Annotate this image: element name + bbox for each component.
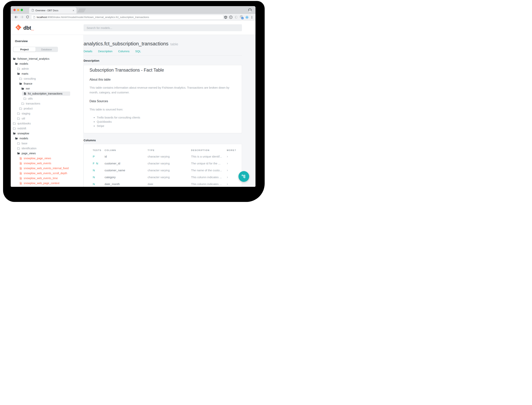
tree-item-label: snowplow_web_page_context (24, 182, 59, 185)
tree-item[interactable]: page_views (11, 151, 83, 156)
search-input[interactable] (84, 24, 242, 31)
browser-tab-strip: Overview - DBT Docs × (11, 6, 256, 14)
table-row[interactable]: N customer_name character varying The na… (84, 167, 242, 174)
model-nav-link[interactable]: Columns (118, 50, 130, 53)
column-description: This is a unique identif... (191, 155, 227, 158)
tests-badge: F N (93, 162, 105, 165)
tree-item-label: identification (22, 147, 37, 150)
browser-menu-icon[interactable]: ⋮ (249, 15, 254, 20)
divider (84, 55, 242, 56)
zoom-window-button[interactable] (21, 9, 23, 11)
tree-item[interactable]: utils (11, 96, 83, 101)
tree-item-label: snowplow (17, 132, 29, 135)
power-extension-icon[interactable]: x (239, 15, 244, 20)
lineage-graph-button[interactable] (238, 171, 249, 182)
tree-item[interactable]: transactions (11, 101, 83, 106)
back-button[interactable] (14, 15, 18, 19)
tree-item[interactable]: util (11, 116, 83, 121)
expand-row-chevron-icon[interactable]: › (227, 162, 242, 165)
tree-item[interactable]: fishtown_internal_analytics (11, 56, 83, 61)
tree-item[interactable]: consulting (11, 76, 83, 81)
model-nav-link[interactable]: Details (84, 50, 92, 53)
expand-row-chevron-icon[interactable]: › (227, 182, 242, 185)
refresh-button[interactable] (25, 15, 30, 19)
minimize-window-button[interactable] (17, 9, 19, 11)
profile-avatar-icon[interactable] (248, 8, 252, 12)
tree-item[interactable]: models (11, 136, 83, 141)
folder-open-icon (17, 73, 20, 75)
model-nav: DetailsDescriptionColumnsSQL (84, 50, 141, 53)
browser-window: Overview - DBT Docs × localhost:8080/ind… (11, 6, 256, 187)
about-heading: About this table (90, 78, 111, 81)
tree-item[interactable]: models (11, 61, 83, 66)
tree-item[interactable]: quickbooks (11, 121, 83, 126)
source-item: Stripe (97, 124, 140, 128)
tree-item[interactable]: product (11, 106, 83, 111)
url-bar[interactable]: localhost:8080/index.html#!/model/model.… (31, 15, 223, 20)
file-icon (19, 182, 22, 184)
tree-item-label: snowplow_web_events (24, 162, 51, 165)
tree-item[interactable]: snowplow_web_page_context (11, 181, 83, 186)
tab-database[interactable]: Database (36, 47, 58, 52)
expand-row-chevron-icon[interactable]: › (227, 155, 242, 158)
tree-item[interactable]: redshift (11, 126, 83, 131)
tree-item[interactable]: fct_subscription_transactions (11, 91, 83, 96)
file-icon (19, 157, 22, 160)
close-window-button[interactable] (13, 9, 16, 11)
url-text: localhost:8080/index.html#!/model/model.… (37, 16, 149, 19)
table-row[interactable]: N category character varying This column… (84, 174, 242, 181)
tab-project[interactable]: Project (13, 47, 36, 52)
new-tab-button[interactable] (77, 8, 86, 13)
tests-badge: N (93, 176, 105, 179)
folder-icon (13, 127, 16, 130)
folder-icon (17, 117, 20, 120)
tree-item[interactable]: identification (11, 146, 83, 151)
forward-button[interactable] (20, 15, 24, 19)
tree-item-label: base (22, 142, 27, 145)
table-row[interactable]: F N customer_id character varying The un… (84, 160, 242, 167)
sources-heading: Data Sources (90, 100, 108, 103)
tree-item-label: page_views (22, 152, 36, 155)
tab-close-icon[interactable]: × (72, 9, 75, 12)
tree-item[interactable]: marts (11, 71, 83, 76)
tree-item[interactable]: snowplow_web_events_time (11, 176, 83, 181)
tree-item-label: snowplow_page_views (24, 157, 51, 160)
sidebar: Overview Project Database (11, 35, 83, 187)
sources-list: Trello boards for consulting clientsQuic… (93, 115, 140, 128)
column-description: The name of the custo... (191, 169, 227, 172)
tree-item[interactable]: snowplow_web_events_scroll_depth (11, 171, 83, 176)
folder-open-icon (15, 63, 18, 65)
browser-tab[interactable]: Overview - DBT Docs × (29, 7, 77, 14)
onepassword-extension-icon[interactable] (228, 15, 233, 20)
tree-item[interactable]: staging (11, 111, 83, 116)
tree-item[interactable]: snowplow (11, 131, 83, 136)
tree-item[interactable]: base (11, 141, 83, 146)
snowflake-extension-icon[interactable] (244, 15, 249, 20)
tree-item-label: mrr (26, 87, 30, 90)
dbt-logo-icon (15, 24, 22, 31)
tree-item[interactable]: finance (11, 81, 83, 86)
tree-item-label: redshift (17, 127, 26, 130)
ublock-extension-icon[interactable]: UO (223, 15, 228, 20)
tree-item[interactable]: snowplow_web_events_internal_fixed (11, 166, 83, 171)
tree-item[interactable]: snowplow_page_views (11, 156, 83, 161)
tree-item-label: snowplow_web_events_internal_fixed (24, 167, 69, 170)
tree-item[interactable]: snowplow_web_events (11, 161, 83, 166)
tree-item-label: util (22, 117, 25, 120)
model-nav-link[interactable]: SQL (135, 50, 141, 53)
column-type: character varying (148, 169, 191, 172)
tree-item-label: snowplow_web_events_time (24, 177, 58, 180)
opera-extension-icon[interactable] (234, 15, 239, 20)
doc-title: Subscription Transactions - Fact Table (90, 68, 164, 73)
column-description: The unique id for the ... (191, 162, 227, 165)
expand-row-chevron-icon[interactable]: › (227, 169, 242, 171)
tree-item[interactable]: mrr (11, 86, 83, 91)
model-nav-link[interactable]: Description (98, 50, 112, 53)
table-row[interactable]: P id character varying This is a unique … (84, 153, 242, 160)
sidebar-overview-link[interactable]: Overview (15, 40, 28, 43)
folder-icon (17, 147, 20, 149)
tree-item[interactable]: admin (11, 66, 83, 71)
table-row[interactable]: N date_month date This column indicates … (84, 181, 242, 187)
file-icon (19, 167, 22, 169)
folder-open-icon (15, 137, 18, 140)
